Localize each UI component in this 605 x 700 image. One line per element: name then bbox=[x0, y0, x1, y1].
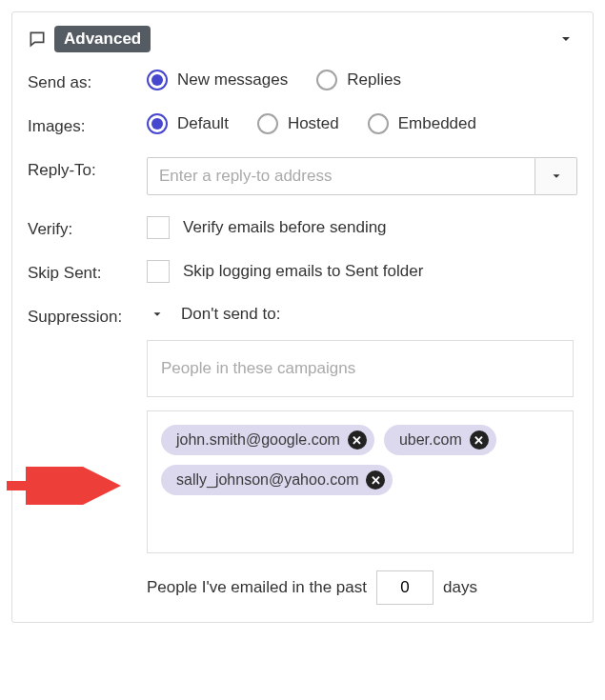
radio-icon bbox=[368, 113, 389, 134]
send-as-label: Send as: bbox=[28, 70, 147, 92]
verify-label: Verify: bbox=[28, 216, 147, 239]
verify-checkbox[interactable] bbox=[147, 216, 170, 239]
suppression-days-row: People I've emailed in the past days bbox=[147, 570, 574, 605]
panel-collapse-toggle[interactable] bbox=[555, 28, 577, 50]
reply-to-row: Reply-To: bbox=[28, 157, 577, 195]
chevron-down-icon bbox=[550, 170, 563, 183]
suppression-days-input[interactable] bbox=[376, 570, 434, 605]
advanced-panel: Advanced Send as: New messages Replies I… bbox=[11, 11, 594, 623]
chip-remove-button[interactable]: ✕ bbox=[470, 430, 489, 450]
radio-label: Replies bbox=[347, 70, 401, 90]
suppression-campaigns-input[interactable]: People in these campaigns bbox=[147, 340, 574, 397]
radio-icon bbox=[316, 70, 337, 90]
suppression-heading: Don't send to: bbox=[181, 305, 280, 324]
skip-sent-text: Skip logging emails to Sent folder bbox=[183, 262, 423, 281]
send-as-replies[interactable]: Replies bbox=[316, 70, 401, 90]
skip-sent-row: Skip Sent: Skip logging emails to Sent f… bbox=[28, 260, 577, 283]
radio-label: Hosted bbox=[288, 114, 339, 133]
images-options: Default Hosted Embedded bbox=[147, 113, 577, 134]
images-default[interactable]: Default bbox=[147, 113, 229, 134]
send-as-new-messages[interactable]: New messages bbox=[147, 70, 288, 90]
radio-icon bbox=[147, 70, 168, 90]
radio-icon bbox=[147, 113, 168, 134]
images-label: Images: bbox=[28, 113, 147, 136]
send-as-row: Send as: New messages Replies bbox=[28, 70, 577, 92]
radio-label: New messages bbox=[177, 70, 288, 90]
chip-text: john.smith@google.com bbox=[176, 431, 340, 449]
radio-label: Embedded bbox=[398, 114, 476, 133]
reply-to-input[interactable] bbox=[147, 157, 535, 195]
reply-to-label: Reply-To: bbox=[28, 157, 147, 180]
chevron-down-icon bbox=[151, 308, 164, 321]
chip-text: sally_johnson@yahoo.com bbox=[176, 471, 358, 489]
suppression-chip: sally_johnson@yahoo.com ✕ bbox=[161, 465, 393, 495]
send-as-options: New messages Replies bbox=[147, 70, 577, 90]
images-row: Images: Default Hosted Embedded bbox=[28, 113, 577, 136]
suppression-chips-box[interactable]: john.smith@google.com ✕ uber.com ✕ sally… bbox=[147, 410, 574, 553]
images-embedded[interactable]: Embedded bbox=[368, 113, 476, 134]
suppression-chip: john.smith@google.com ✕ bbox=[161, 425, 374, 455]
suppression-block: People in these campaigns john.smith@goo… bbox=[147, 340, 574, 605]
comment-icon bbox=[28, 30, 47, 49]
days-suffix: days bbox=[443, 578, 477, 597]
skip-sent-label: Skip Sent: bbox=[28, 260, 147, 283]
chip-text: uber.com bbox=[399, 431, 462, 449]
panel-header-left: Advanced bbox=[28, 26, 151, 52]
suppression-chip: uber.com ✕ bbox=[384, 425, 496, 455]
skip-sent-checkbox[interactable] bbox=[147, 260, 170, 283]
panel-title-badge: Advanced bbox=[54, 26, 151, 52]
chip-remove-button[interactable]: ✕ bbox=[366, 470, 385, 490]
reply-to-dropdown-button[interactable] bbox=[535, 157, 577, 195]
radio-icon bbox=[257, 113, 278, 134]
radio-label: Default bbox=[177, 114, 229, 133]
suppression-label: Suppression: bbox=[28, 304, 147, 327]
verify-row: Verify: Verify emails before sending bbox=[28, 216, 577, 239]
verify-text: Verify emails before sending bbox=[183, 218, 387, 237]
days-prefix: People I've emailed in the past bbox=[147, 578, 367, 597]
images-hosted[interactable]: Hosted bbox=[257, 113, 339, 134]
suppression-toggle[interactable] bbox=[147, 304, 168, 325]
campaigns-placeholder: People in these campaigns bbox=[161, 359, 355, 378]
panel-header: Advanced bbox=[28, 26, 577, 52]
suppression-row: Suppression: Don't send to: bbox=[28, 304, 577, 327]
chip-remove-button[interactable]: ✕ bbox=[348, 430, 367, 450]
